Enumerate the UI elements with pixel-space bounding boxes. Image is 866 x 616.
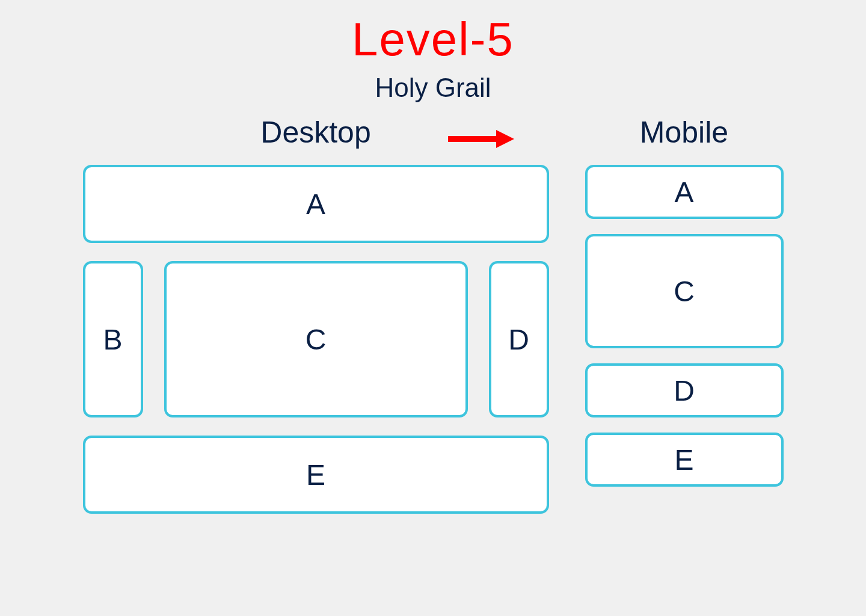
diagram-title: Level-5 bbox=[352, 12, 514, 67]
desktop-box-d: D bbox=[489, 261, 549, 417]
mobile-box-a: A bbox=[585, 165, 784, 219]
mobile-box-d: D bbox=[585, 363, 784, 417]
arrow-icon bbox=[445, 127, 517, 153]
desktop-box-b: B bbox=[83, 261, 143, 417]
desktop-grid: A B C D E bbox=[83, 165, 549, 514]
mobile-grid: A C D E bbox=[585, 165, 784, 487]
desktop-box-a: A bbox=[83, 165, 549, 243]
desktop-box-e: E bbox=[83, 436, 549, 514]
diagram-subtitle: Holy Grail bbox=[375, 73, 491, 103]
mobile-label: Mobile bbox=[640, 115, 728, 150]
mobile-layout-section: Mobile A C D E bbox=[585, 115, 784, 487]
svg-marker-1 bbox=[496, 130, 514, 148]
desktop-label: Desktop bbox=[260, 115, 370, 150]
desktop-layout-section: Desktop A B C D E bbox=[83, 115, 549, 514]
diagram-content: Desktop A B C D E Mobile A C D E bbox=[24, 115, 842, 514]
mobile-box-e: E bbox=[585, 433, 784, 487]
desktop-middle-row: B C D bbox=[83, 261, 549, 417]
mobile-box-c: C bbox=[585, 234, 784, 348]
desktop-box-c: C bbox=[164, 261, 468, 417]
